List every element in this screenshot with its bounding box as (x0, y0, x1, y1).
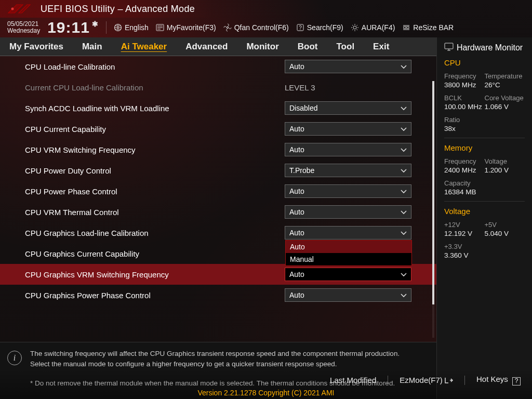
dropdown-value: Auto (289, 187, 304, 195)
scrollbar-thumb[interactable] (432, 81, 434, 304)
tab-monitor[interactable]: Monitor (237, 37, 288, 56)
dropdown[interactable]: Auto (285, 288, 411, 302)
mem-freq-value: 2400 MHz (444, 166, 485, 174)
v33-label: +3.3V (444, 243, 485, 250)
dropdown-value: Disabled (289, 104, 317, 112)
settings-list: CPU Load-line CalibrationAutoCurrent CPU… (0, 56, 436, 342)
chevron-down-icon (401, 145, 407, 154)
hotkeys-label: Hot Keys (476, 375, 508, 383)
tab-boot[interactable]: Boot (288, 37, 327, 56)
setting-value: LEVEL 3 (285, 83, 315, 92)
cpu-heading: CPU (444, 58, 525, 67)
dropdown-value: Auto (289, 125, 304, 133)
dropdown-value: Auto (289, 145, 304, 154)
dropdown-option[interactable]: Manual (286, 253, 411, 265)
svg-rect-9 (445, 43, 453, 49)
svg-point-0 (11, 8, 14, 10)
dropdown[interactable]: T.Probe (285, 164, 411, 177)
corev-label: Core Voltage (485, 94, 525, 102)
aura-link[interactable]: AURA(F4) (351, 23, 395, 32)
svg-point-6 (353, 26, 356, 29)
help-text-1: The switching frequency will affect the … (30, 349, 416, 369)
tab-ai-tweaker[interactable]: Ai Tweaker (112, 37, 177, 56)
dropdown[interactable]: Auto (285, 268, 411, 281)
setting-row[interactable]: CPU Current CapabilityAuto (0, 118, 436, 139)
date-block: 05/05/2021 Wednesday (7, 21, 40, 34)
dropdown-value: Auto (289, 62, 304, 71)
corev-value: 1.066 V (485, 103, 525, 111)
rog-logo-icon (7, 3, 31, 15)
dropdown[interactable]: Auto (285, 60, 411, 73)
tab-advanced[interactable]: Advanced (176, 37, 237, 56)
hotkeys-link[interactable]: Hot Keys ? (476, 375, 521, 385)
cpu-freq-label: Frequency (444, 72, 485, 80)
sub-header: 05/05/2021 Wednesday 19:11 ✱ English MyF… (0, 18, 532, 37)
setting-label: CPU Graphics Load-line Calibration (25, 229, 285, 237)
dropdown-option[interactable]: Auto (286, 241, 411, 253)
setting-row[interactable]: CPU Load-line CalibrationAuto (0, 56, 436, 77)
setting-label: CPU Current Capability (25, 125, 285, 134)
mem-cap-value: 16384 MB (444, 188, 485, 196)
exit-arrow-icon (445, 376, 453, 384)
setting-label: CPU Graphics Current Capability (25, 249, 285, 258)
setting-row[interactable]: CPU VRM Thermal ControlAuto (0, 202, 436, 222)
svg-rect-7 (404, 26, 406, 29)
clock[interactable]: 19:11 ✱ (47, 19, 99, 36)
divider (388, 376, 388, 385)
globe-icon (114, 23, 122, 32)
ezmode-link[interactable]: EzMode(F7) (400, 376, 453, 384)
dropdown-list[interactable]: AutoManual (285, 240, 412, 266)
cpu-temp-value: 26°C (485, 81, 525, 89)
myfavorite-label: MyFavorite(F3) (167, 23, 216, 32)
qfan-link[interactable]: Qfan Control(F6) (223, 23, 289, 32)
tab-main[interactable]: Main (73, 37, 112, 56)
dropdown[interactable]: AutoAutoManual (285, 226, 411, 240)
setting-row[interactable]: CPU Power Phase ControlAuto (0, 181, 436, 202)
v5-label: +5V (485, 221, 525, 229)
setting-row[interactable]: CPU VRM Switching FrequencyAuto (0, 139, 436, 160)
dropdown[interactable]: Disabled (285, 101, 411, 115)
svg-rect-8 (407, 26, 409, 29)
last-modified-link[interactable]: Last Modified (330, 376, 376, 384)
resizebar-link[interactable]: ReSize BAR (402, 23, 454, 32)
mem-freq-label: Frequency (444, 157, 485, 165)
setting-row[interactable]: CPU Graphics VRM Switching FrequencyAuto (0, 264, 436, 285)
search-label: Search(F9) (307, 23, 343, 32)
bclk-value: 100.00 MHz (444, 103, 485, 111)
tab-tool[interactable]: Tool (327, 37, 364, 56)
clock-time: 19:11 (47, 19, 90, 36)
version-text: Version 2.21.1278 Copyright (C) 2021 AMI (0, 389, 532, 397)
dropdown[interactable]: Auto (285, 143, 411, 156)
v33-value: 3.360 V (444, 251, 485, 259)
resizebar-label: ReSize BAR (413, 23, 454, 32)
setting-row[interactable]: CPU Graphics Load-line CalibrationAutoAu… (0, 222, 436, 243)
language-selector[interactable]: English (114, 23, 149, 32)
main-tabs: My FavoritesMainAi TweakerAdvancedMonito… (0, 37, 436, 56)
search-link[interactable]: ? Search(F9) (296, 23, 343, 32)
gear-icon[interactable]: ✱ (92, 20, 99, 28)
dropdown[interactable]: Auto (285, 122, 411, 136)
setting-row[interactable]: CPU Power Duty ControlT.Probe (0, 160, 436, 181)
myfavorite-link[interactable]: MyFavorite(F3) (156, 23, 216, 32)
setting-row[interactable]: Synch ACDC Loadline with VRM LoadlineDis… (0, 98, 436, 118)
chevron-down-icon (401, 291, 407, 299)
setting-label: CPU Power Duty Control (25, 166, 285, 175)
voltage-heading: Voltage (444, 207, 525, 216)
ratio-label: Ratio (444, 116, 485, 124)
setting-label: CPU Graphics Power Phase Control (25, 291, 285, 300)
chevron-down-icon (401, 104, 407, 112)
dropdown[interactable]: Auto (285, 205, 411, 219)
cpu-freq-value: 3800 MHz (444, 81, 485, 89)
svg-text:?: ? (299, 25, 302, 31)
setting-label: Synch ACDC Loadline with VRM Loadline (25, 104, 285, 113)
setting-row[interactable]: CPU Graphics Power Phase ControlAuto (0, 285, 436, 305)
tab-my-favorites[interactable]: My Favorites (0, 37, 73, 56)
svg-point-3 (227, 27, 228, 29)
question-box-icon: ? (512, 377, 521, 385)
bclk-label: BCLK (444, 94, 485, 102)
setting-label: CPU VRM Thermal Control (25, 208, 285, 217)
dropdown[interactable]: Auto (285, 184, 411, 198)
star-list-icon (156, 23, 164, 32)
tab-exit[interactable]: Exit (364, 37, 398, 56)
setting-label: CPU Load-line Calibration (25, 62, 285, 71)
